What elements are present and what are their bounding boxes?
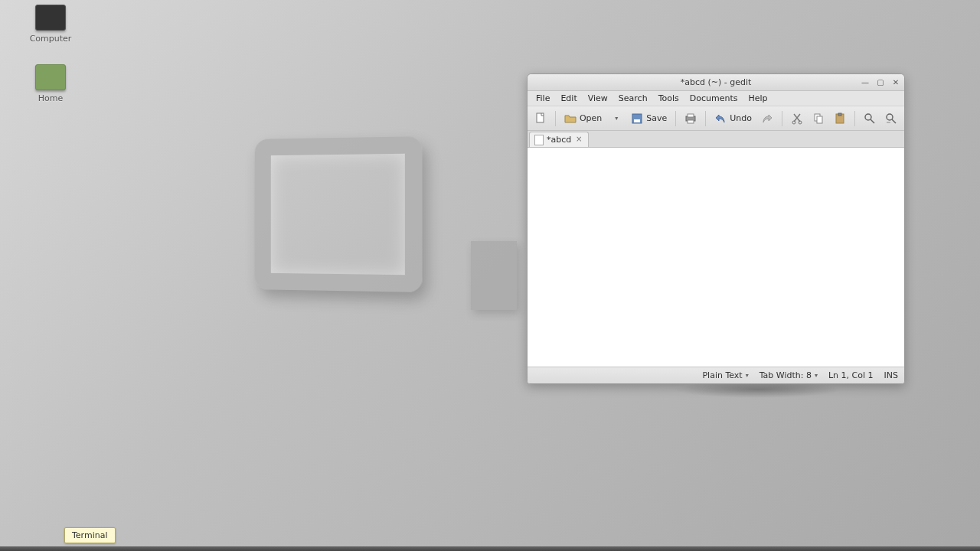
- titlebar[interactable]: *abcd (~) - gedit — ▢ ✕: [528, 74, 904, 91]
- svg-rect-11: [838, 113, 841, 116]
- find-replace-icon: [885, 112, 897, 125]
- menu-documents[interactable]: Documents: [684, 92, 743, 105]
- find-button[interactable]: [860, 109, 880, 128]
- tab-close-button[interactable]: ×: [574, 135, 583, 145]
- svg-rect-9: [817, 116, 822, 123]
- paste-button[interactable]: [830, 109, 850, 128]
- folder-open-icon: [564, 112, 577, 125]
- window-controls: — ▢ ✕: [860, 74, 901, 91]
- document-tabstrip: *abcd ×: [528, 131, 904, 148]
- svg-rect-4: [688, 114, 694, 117]
- save-button[interactable]: Save: [627, 109, 671, 128]
- menu-file[interactable]: File: [531, 92, 555, 105]
- minimize-button[interactable]: —: [860, 77, 871, 88]
- open-label: Open: [580, 113, 602, 123]
- document-icon: [534, 135, 544, 145]
- svg-rect-5: [688, 119, 694, 122]
- toolbar-separator: [705, 111, 706, 126]
- save-label: Save: [646, 113, 667, 123]
- print-button[interactable]: [681, 109, 701, 128]
- print-icon: [684, 112, 697, 125]
- window-title: *abcd (~) - gedit: [681, 77, 752, 87]
- toolbar-separator: [854, 111, 855, 126]
- open-button[interactable]: Open: [560, 109, 606, 128]
- toolbar-separator: [555, 111, 556, 126]
- undo-icon: [714, 112, 727, 125]
- toolbar-separator: [782, 111, 782, 126]
- svg-point-13: [887, 114, 893, 120]
- paste-icon: [834, 112, 846, 125]
- toolbar-separator: [675, 111, 676, 126]
- document-tab[interactable]: *abcd ×: [529, 132, 589, 147]
- undo-button[interactable]: Undo: [710, 109, 756, 128]
- close-button[interactable]: ✕: [890, 77, 901, 88]
- search-icon: [864, 112, 876, 125]
- document-tab-label: *abcd: [547, 135, 571, 145]
- menu-search[interactable]: Search: [613, 92, 653, 105]
- tabwidth-selector[interactable]: Tab Width: 8▾: [760, 370, 818, 380]
- find-replace-button[interactable]: [881, 109, 901, 128]
- desktop-icon-home[interactable]: Home: [20, 64, 81, 103]
- copy-button[interactable]: [808, 109, 828, 128]
- taskbar[interactable]: [0, 546, 980, 551]
- toolbar: Open ▾ Save Undo: [528, 106, 904, 131]
- statusbar: Plain Text▾ Tab Width: 8▾ Ln 1, Col 1 IN…: [528, 367, 904, 383]
- home-folder-icon: [35, 64, 66, 90]
- wallpaper-logo-small: [471, 241, 517, 310]
- cut-button[interactable]: [787, 109, 807, 128]
- new-doc-icon: [534, 112, 547, 125]
- maximize-button[interactable]: ▢: [875, 77, 886, 88]
- wallpaper-logo: [255, 136, 423, 292]
- redo-button[interactable]: [757, 109, 777, 128]
- cursor-position: Ln 1, Col 1: [828, 370, 874, 380]
- redo-icon: [761, 112, 773, 125]
- desktop-icon-label: Home: [20, 93, 81, 103]
- new-doc-button[interactable]: [531, 109, 550, 128]
- svg-point-12: [865, 114, 871, 120]
- svg-rect-2: [634, 119, 640, 122]
- undo-label: Undo: [730, 113, 752, 123]
- gedit-window: *abcd (~) - gedit — ▢ ✕ File Edit View S…: [527, 73, 905, 384]
- desktop-icon-computer[interactable]: Computer: [20, 5, 81, 44]
- computer-icon: [35, 5, 66, 31]
- menu-help[interactable]: Help: [743, 92, 773, 105]
- desktop-icon-label: Computer: [20, 34, 81, 44]
- taskbar-tooltip: Terminal: [64, 527, 116, 543]
- insert-mode: INS: [884, 370, 898, 380]
- menu-edit[interactable]: Edit: [555, 92, 582, 105]
- menu-tools[interactable]: Tools: [653, 92, 684, 105]
- save-icon: [631, 112, 643, 125]
- open-dropdown[interactable]: ▾: [607, 109, 626, 128]
- menu-view[interactable]: View: [583, 92, 613, 105]
- cut-icon: [791, 112, 803, 125]
- copy-icon: [812, 112, 825, 125]
- syntax-selector[interactable]: Plain Text▾: [702, 370, 748, 380]
- menubar: File Edit View Search Tools Documents He…: [528, 91, 904, 106]
- text-editor-area[interactable]: [528, 148, 904, 367]
- svg-rect-0: [537, 113, 544, 122]
